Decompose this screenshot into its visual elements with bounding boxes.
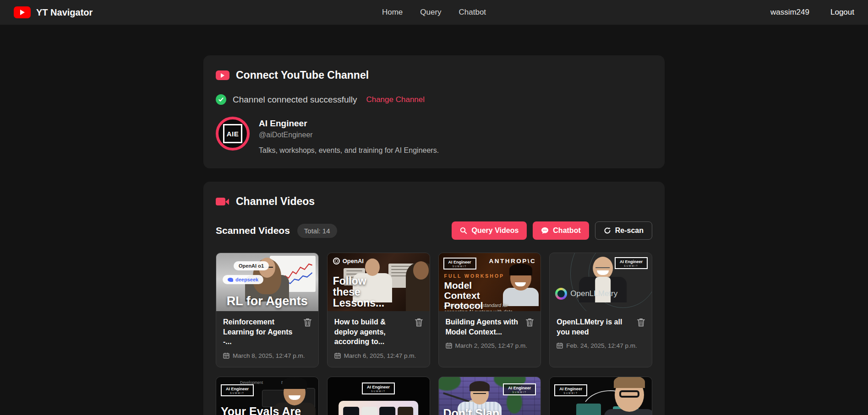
chatbot-button[interactable]: Chatbot [533,221,589,240]
channel-avatar: AIE [216,117,250,151]
channel-info: AIE AI Engineer @aiDotEngineer Talks, wo… [216,117,652,155]
ai-engineer-badge: AI Engineer SUMMIT [221,384,254,396]
connect-channel-card: Connect YouTube Channel Channel connecte… [203,55,665,168]
nav-link-home[interactable]: Home [382,8,403,17]
brand-link[interactable]: YT Navigator [14,6,93,18]
connect-card-title: Connect YouTube Channel [236,69,369,81]
videos-grid: OpenAI o1 deepseek RL for Agents Reinfor… [216,253,652,415]
video-card: AI Engineer SUMMIT Mission Criti [549,377,652,415]
calendar-icon [446,342,452,349]
videos-card-header: Channel Videos [216,195,652,208]
channel-name: AI Engineer [259,119,439,129]
delete-video-button[interactable] [415,318,423,327]
change-channel-link[interactable]: Change Channel [366,95,425,104]
nav-links: Home Query Chatbot [382,8,486,17]
delete-video-button[interactable] [304,318,311,327]
youtube-icon [216,70,229,80]
speaker-figure [503,266,539,306]
refresh-icon [604,227,611,234]
connection-status-row: Channel connected successfully Change Ch… [216,94,652,105]
video-thumbnail[interactable]: AI Engineer SUMMIT f(x) FUNCTIONAL </> [328,377,430,415]
openai-brand: OpenAI [333,258,364,264]
channel-handle: @aiDotEngineer [259,131,439,139]
video-date: March 6, 2025, 12:47 p.m. [334,351,423,361]
calendar-icon [334,352,341,359]
nav-right: wassim249 Logout [770,8,854,17]
paradigm-panel: f(x) FUNCTIONAL </> IMPERATIVE [338,401,418,415]
video-card-body: Building Agents with Model Context... Ma… [439,311,541,357]
video-card: Development Evaluation AI Engineer SUMMI… [216,377,319,415]
badge-label: AI Engineer [508,386,531,390]
nav-link-chatbot[interactable]: Chatbot [459,8,486,17]
video-thumbnail[interactable]: AI Engineer SUMMIT Don't Slap [439,377,541,415]
search-icon [460,227,467,234]
ai-engineer-badge: AI Engineer SUMMIT [615,257,648,269]
check-circle-icon [216,94,226,105]
youtube-logo-icon [14,6,31,18]
badge-sublabel: SUMMIT [508,391,531,393]
video-date: Feb. 24, 2025, 12:47 p.m. [557,341,645,350]
speaker-figure [604,378,652,415]
video-title: Reinforcement Learning for Agents -... [223,317,299,347]
video-camera-icon [216,197,229,206]
delete-video-button[interactable] [526,318,534,327]
channel-description: Talks, workshops, events, and training f… [259,146,439,155]
openllmetry-brand-label: OpenLLMetry [570,289,617,298]
video-thumbnail[interactable]: AI Engineer SUMMIT ANTHROP\C FULL WORKSH… [439,253,541,311]
video-card-body: Reinforcement Learning for Agents -... M… [216,311,318,367]
thumbnail-headline: RL for Agents [216,295,318,307]
badge-sublabel: SUMMIT [559,392,582,394]
thumbnail-headline: Don't Slap [443,407,500,415]
workshop-kicker: FULL WORKSHOP [444,273,505,279]
video-thumbnail[interactable]: OpenAI Follow these Lessons... [328,253,430,311]
video-date-text: Feb. 24, 2025, 12:47 p.m. [566,342,637,349]
video-date-text: March 2, 2025, 12:47 p.m. [455,342,528,349]
openai-brand-label: OpenAI [343,258,364,264]
window-tile [361,407,377,415]
channel-videos-card: Channel Videos Scanned Videos Total: 14 … [203,182,665,415]
avatar-initials: AIE [227,130,239,138]
video-thumbnail[interactable]: Development Evaluation AI Engineer SUMMI… [216,377,318,415]
ai-engineer-badge: AI Engineer SUMMIT [443,258,476,269]
video-thumbnail[interactable]: OpenAI o1 deepseek RL for Agents [216,253,318,311]
delete-video-button[interactable] [637,318,645,327]
imperative-tile: </> IMPERATIVE [379,407,395,415]
openllmetry-logo-icon [555,288,567,300]
thumbnail-headline: Follow these Lessons... [333,275,396,308]
openllmetry-logo: OpenLLMetry [555,288,617,300]
videos-toolbar: Scanned Videos Total: 14 Query Videos Ch… [216,221,652,240]
video-card: AI Engineer SUMMIT OpenLLMetry OpenLLMet… [549,253,652,367]
openai-logo-icon [333,258,340,264]
ai-engineer-badge: AI Engineer SUMMIT [503,383,536,395]
ai-engineer-badge: AI Engineer SUMMIT [362,383,395,394]
deepseek-whale-icon [228,278,233,282]
nav-link-query[interactable]: Query [420,8,441,17]
toolbar-buttons: Query Videos Chatbot Re-scan [452,221,652,240]
badge-sublabel: SUMMIT [367,390,390,393]
badge-label: AI Engineer [559,387,582,391]
video-date: March 8, 2025, 12:47 p.m. [223,351,311,361]
functional-tile: f(x) FUNCTIONAL [344,407,360,415]
username-link[interactable]: wassim249 [770,8,809,17]
thumbnail-headline: Your Evals Are [221,405,301,415]
video-card: AI Engineer SUMMIT ANTHROP\C FULL WORKSH… [438,253,541,367]
audience-figure [406,262,430,311]
video-title: OpenLLMetry is all you need [557,317,633,337]
query-videos-button[interactable]: Query Videos [452,221,527,240]
query-videos-label: Query Videos [471,226,519,235]
video-thumbnail[interactable]: AI Engineer SUMMIT OpenLLMetry [550,253,652,311]
video-card: AI Engineer SUMMIT f(x) FUNCTIONAL </> [327,377,430,415]
badge-sublabel: SUMMIT [620,264,643,267]
video-thumbnail[interactable]: AI Engineer SUMMIT Mission Criti [550,377,652,415]
chat-icon [541,227,549,234]
main-content: Connect YouTube Channel Channel connecte… [203,55,665,415]
trash-icon [637,318,645,327]
chatbot-label: Chatbot [553,226,580,235]
anthropic-brand: ANTHROP\C [489,258,536,264]
logout-link[interactable]: Logout [830,8,854,17]
rescan-button[interactable]: Re-scan [595,221,652,240]
badge-label: AI Engineer [620,259,643,264]
thumbnail-headline: Model Context Protocol [444,280,503,311]
video-title: Building Agents with Model Context... [446,317,522,337]
connect-card-header: Connect YouTube Channel [216,69,652,81]
